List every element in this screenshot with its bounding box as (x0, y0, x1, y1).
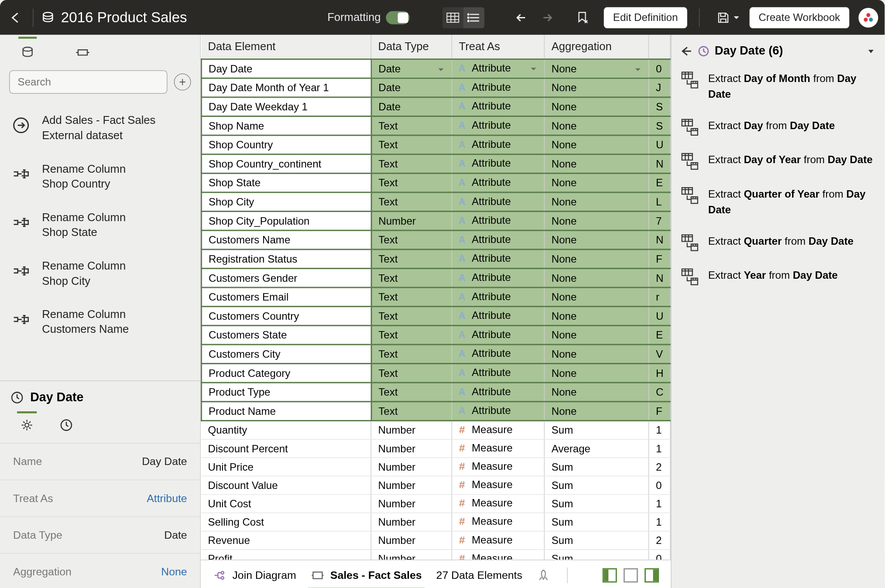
cell-aggregation[interactable]: None (545, 116, 649, 135)
cell-element[interactable]: Shop State (202, 173, 371, 192)
cell-element[interactable]: Shop City_Population (202, 211, 371, 230)
table-row[interactable]: Discount PercentNumber#MeasureAverage1 (202, 439, 671, 458)
join-diagram-tab[interactable]: Join Diagram (213, 569, 296, 581)
cell-aggregation[interactable]: None (545, 345, 649, 364)
cell-data-type[interactable]: Text (371, 135, 452, 154)
bookmark-button[interactable] (571, 6, 595, 29)
cell-element[interactable]: Product Name (202, 401, 371, 420)
preparation-step[interactable]: Rename ColumnShop City (3, 250, 195, 298)
cell-aggregation[interactable]: Sum (545, 550, 649, 560)
recommendation-item[interactable]: Extract Year from Day Date (681, 268, 876, 286)
cell-treat-as[interactable]: #Measure (452, 513, 545, 531)
table-row[interactable]: Product NameTextAAttributeNoneF (202, 401, 671, 420)
back-button[interactable] (4, 6, 27, 29)
table-row[interactable]: Day Date Month of Year 1DateAAttributeNo… (202, 78, 671, 97)
right-collapse-icon[interactable] (866, 46, 875, 55)
cell-element[interactable]: Registration Status (202, 250, 371, 269)
cell-treat-as[interactable]: AAttribute (452, 383, 545, 402)
cell-treat-as[interactable]: AAttribute (452, 345, 545, 364)
cell-aggregation[interactable]: None (545, 383, 649, 402)
redo-button[interactable] (534, 6, 558, 29)
cell-treat-as[interactable]: AAttribute (452, 230, 545, 250)
cell-aggregation[interactable]: None (545, 268, 649, 287)
cell-treat-as[interactable]: AAttribute (452, 154, 545, 173)
cell-element[interactable]: Shop City (202, 192, 371, 212)
table-row[interactable]: RevenueNumber#MeasureSum2 (202, 531, 671, 549)
cell-aggregation[interactable]: None (545, 250, 649, 269)
header-treat-as[interactable]: Treat As (452, 35, 545, 59)
cell-element[interactable]: Shop Name (202, 116, 371, 135)
cell-data-type[interactable]: Text (371, 268, 452, 287)
add-step-button[interactable]: + (174, 73, 191, 90)
cell-treat-as[interactable]: AAttribute (452, 325, 545, 345)
list-view-button[interactable] (463, 7, 484, 28)
cell-data-type[interactable]: Date (371, 97, 452, 116)
cell-element[interactable]: Discount Value (202, 476, 371, 494)
header-sample[interactable] (649, 35, 670, 59)
header-data-type[interactable]: Data Type (371, 35, 452, 59)
cell-element[interactable]: Product Type (202, 383, 371, 402)
cell-treat-as[interactable]: AAttribute (452, 192, 545, 212)
cell-element[interactable]: Unit Price (202, 458, 371, 476)
prop-row-name[interactable]: Name Day Date (0, 443, 200, 479)
cell-element[interactable]: Day Date Weekday 1 (202, 97, 371, 116)
cell-data-type[interactable]: Text (371, 383, 452, 402)
cell-element[interactable]: Revenue (202, 531, 371, 549)
table-row[interactable]: Registration StatusTextAAttributeNoneF (202, 250, 671, 269)
table-row[interactable]: Customers CountryTextAAttributeNoneU (202, 306, 671, 325)
cell-data-type[interactable]: Text (371, 192, 452, 212)
table-row[interactable]: Discount ValueNumber#MeasureSum0 (202, 476, 671, 494)
prop-row-treat-as[interactable]: Treat As Attribute (0, 479, 200, 516)
table-row[interactable]: Unit PriceNumber#MeasureSum2 (202, 458, 671, 476)
cell-treat-as[interactable]: AAttribute (452, 268, 545, 287)
table-row[interactable]: ProfitNumber#MeasureSum0 (202, 550, 671, 560)
cell-element[interactable]: Profit (202, 550, 371, 560)
cell-aggregation[interactable]: None (545, 325, 649, 345)
save-button[interactable] (711, 6, 735, 29)
cell-treat-as[interactable]: AAttribute (452, 173, 545, 192)
cell-aggregation[interactable]: None (545, 363, 649, 383)
table-row[interactable]: Customers NameTextAAttributeNoneN (202, 230, 671, 250)
cell-treat-as[interactable]: #Measure (452, 550, 545, 560)
cell-element[interactable]: Discount Percent (202, 439, 371, 458)
cell-treat-as[interactable]: AAttribute (452, 78, 545, 97)
cell-treat-as[interactable]: AAttribute (452, 116, 545, 135)
cell-aggregation[interactable]: Sum (545, 494, 649, 513)
cell-aggregation[interactable]: Sum (545, 458, 649, 476)
cell-aggregation[interactable]: None (545, 173, 649, 192)
cell-treat-as[interactable]: #Measure (452, 531, 545, 549)
recommendation-item[interactable]: Extract Day from Day Date (681, 118, 876, 137)
table-row[interactable]: Selling CostNumber#MeasureSum1 (202, 513, 671, 531)
table-row[interactable]: Product TypeTextAAttributeNoneC (202, 383, 671, 402)
cell-data-type[interactable]: Number (371, 211, 452, 230)
panel-toggle-right[interactable] (645, 568, 659, 582)
cell-element[interactable]: Day Date (202, 59, 371, 78)
cell-treat-as[interactable]: AAttribute (452, 135, 545, 154)
cell-aggregation[interactable]: Sum (545, 476, 649, 494)
cell-data-type[interactable]: Number (371, 458, 452, 476)
cell-data-type[interactable]: Date (371, 59, 452, 78)
cell-treat-as[interactable]: AAttribute (452, 250, 545, 269)
table-row[interactable]: Product CategoryTextAAttributeNoneH (202, 363, 671, 383)
table-row[interactable]: Shop StateTextAAttributeNoneE (202, 173, 671, 192)
table-row[interactable]: Shop Country_continentTextAAttributeNone… (202, 154, 671, 173)
cell-data-type[interactable]: Text (371, 306, 452, 325)
cell-treat-as[interactable]: AAttribute (452, 306, 545, 325)
undo-button[interactable] (511, 6, 534, 29)
panel-toggle-left[interactable] (603, 568, 617, 582)
cell-treat-as[interactable]: AAttribute (452, 401, 545, 420)
search-input[interactable] (9, 70, 167, 94)
cell-treat-as[interactable]: #Measure (452, 494, 545, 513)
preparation-step[interactable]: Rename ColumnShop State (3, 201, 195, 250)
cell-data-type[interactable]: Number (371, 531, 452, 549)
table-row[interactable]: Customers CityTextAAttributeNoneV (202, 345, 671, 364)
cell-data-type[interactable]: Text (371, 363, 452, 383)
table-row[interactable]: Customers StateTextAAttributeNoneE (202, 325, 671, 345)
preparation-step[interactable]: Add Sales - Fact SalesExternal dataset (3, 104, 195, 153)
table-row[interactable]: Shop CityTextAAttributeNoneL (202, 192, 671, 212)
cell-treat-as[interactable]: AAttribute (452, 97, 545, 116)
cell-element[interactable]: Selling Cost (202, 513, 371, 531)
cell-element[interactable]: Customers Country (202, 306, 371, 325)
cell-element[interactable]: Quantity (202, 420, 371, 439)
table-row[interactable]: Shop NameTextAAttributeNoneS (202, 116, 671, 135)
